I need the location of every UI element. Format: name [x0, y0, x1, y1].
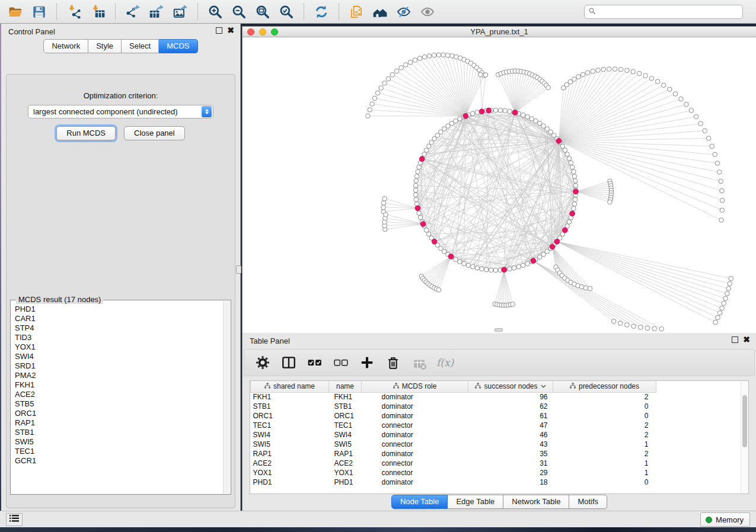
horizontal-splitter-handle[interactable]: [495, 328, 503, 332]
cell-predecessor-nodes[interactable]: 1: [553, 468, 656, 477]
mcds-result-item[interactable]: SRD1: [15, 361, 223, 371]
hide-selected-eye-slash-icon[interactable]: [392, 2, 416, 22]
cell-predecessor-nodes[interactable]: 0: [553, 402, 656, 411]
table-scrollbar-thumb[interactable]: [742, 395, 747, 447]
optimization-criterion-select[interactable]: largest connected component (undirected): [28, 105, 213, 118]
table-row[interactable]: YOX1YOX1connector291: [251, 468, 745, 477]
cell-MCDS-role[interactable]: dominator: [362, 449, 468, 459]
cell-name[interactable]: ACE2: [329, 459, 362, 468]
cell-name[interactable]: SWI5: [329, 440, 362, 449]
tab-motifs[interactable]: Motifs: [569, 495, 607, 509]
cell-shared-name[interactable]: PHD1: [251, 477, 329, 487]
cell-name[interactable]: RAP1: [329, 449, 362, 459]
mcds-result-item[interactable]: STB1: [15, 428, 223, 437]
add-column-icon[interactable]: [358, 353, 376, 372]
cell-successor-nodes[interactable]: 46: [468, 430, 553, 440]
table-row[interactable]: PHD1PHD1dominator180: [251, 477, 745, 487]
network-graph-canvas[interactable]: [243, 37, 756, 333]
table-scrollbar[interactable]: [741, 381, 748, 493]
memory-button[interactable]: Memory: [700, 512, 750, 527]
mcds-result-item[interactable]: TID3: [15, 333, 223, 342]
cell-predecessor-nodes[interactable]: 2: [553, 449, 656, 459]
zoom-selected-icon[interactable]: [275, 2, 298, 22]
zoom-in-icon[interactable]: [203, 2, 227, 22]
cell-MCDS-role[interactable]: dominator: [362, 392, 468, 402]
vertical-splitter-handle[interactable]: [236, 265, 241, 274]
delete-column-icon[interactable]: [384, 353, 402, 372]
mcds-result-list[interactable]: PHD1CAR1STP4TID3YOX1SWI4SRD1PMA2FKH1ACE2…: [11, 301, 223, 493]
mcds-result-item[interactable]: STB5: [15, 399, 223, 409]
refresh-icon[interactable]: [310, 2, 333, 22]
cell-shared-name[interactable]: ORC1: [251, 411, 329, 421]
mcds-result-item[interactable]: CAR1: [15, 314, 223, 323]
share-document-icon[interactable]: [344, 2, 368, 22]
deselect-all-checkbox-icon[interactable]: [332, 353, 350, 372]
cell-shared-name[interactable]: RAP1: [251, 449, 329, 459]
close-panel-button[interactable]: Close panel: [124, 126, 185, 140]
cell-successor-nodes[interactable]: 62: [468, 402, 553, 411]
cell-predecessor-nodes[interactable]: 2: [553, 430, 656, 440]
table-row[interactable]: STB1STB1dominator620: [251, 402, 745, 411]
mcds-result-item[interactable]: RAP1: [15, 418, 223, 428]
tab-mcds[interactable]: MCDS: [159, 39, 197, 53]
run-mcds-button[interactable]: Run MCDS: [56, 126, 116, 140]
table-row[interactable]: RAP1RAP1dominator352: [251, 449, 745, 459]
table-row[interactable]: SWI5SWI5connector431: [251, 440, 745, 449]
cell-name[interactable]: FKH1: [329, 392, 362, 402]
cell-MCDS-role[interactable]: connector: [362, 440, 468, 449]
cell-predecessor-nodes[interactable]: 0: [553, 477, 656, 487]
float-panel-icon[interactable]: [216, 27, 222, 34]
mcds-result-item[interactable]: PHD1: [15, 305, 223, 314]
table-row[interactable]: SWI4SWI4dominator462: [251, 430, 745, 440]
neighbors-houses-icon[interactable]: [368, 2, 392, 22]
mcds-result-item[interactable]: GCR1: [15, 456, 223, 466]
import-network-icon[interactable]: [62, 2, 86, 22]
cell-successor-nodes[interactable]: 29: [468, 468, 553, 477]
column-header-successor-nodes[interactable]: successor nodes: [468, 381, 553, 392]
column-header-shared-name[interactable]: shared name: [251, 381, 329, 392]
cell-shared-name[interactable]: ACE2: [251, 459, 329, 468]
tab-edge-table[interactable]: Edge Table: [448, 495, 503, 509]
tab-select[interactable]: Select: [122, 39, 159, 53]
fit-content-icon[interactable]: [251, 2, 275, 22]
show-all-eye-icon[interactable]: [416, 2, 439, 22]
network-window-titlebar[interactable]: YPA_prune.txt_1: [243, 26, 756, 37]
cell-successor-nodes[interactable]: 18: [468, 477, 553, 487]
cell-successor-nodes[interactable]: 61: [468, 411, 553, 421]
cell-MCDS-role[interactable]: connector: [362, 459, 468, 468]
table-row[interactable]: ACE2ACE2connector311: [251, 459, 745, 468]
save-session-icon[interactable]: [27, 2, 51, 22]
cell-shared-name[interactable]: TEC1: [251, 421, 329, 430]
cell-successor-nodes[interactable]: 43: [468, 440, 553, 449]
mcds-result-item[interactable]: SWI4: [15, 352, 223, 361]
cell-MCDS-role[interactable]: connector: [362, 468, 468, 477]
cell-name[interactable]: SWI4: [329, 430, 362, 440]
split-columns-icon[interactable]: [280, 353, 298, 372]
mcds-result-scrollbar[interactable]: [223, 301, 230, 493]
export-image-icon[interactable]: [168, 2, 192, 22]
cell-successor-nodes[interactable]: 96: [468, 392, 553, 402]
mcds-result-item[interactable]: PMA2: [15, 371, 223, 380]
tab-style[interactable]: Style: [88, 39, 122, 53]
global-search-box[interactable]: [584, 5, 743, 19]
cell-name[interactable]: TEC1: [329, 421, 362, 430]
cell-predecessor-nodes[interactable]: 2: [553, 421, 656, 430]
cell-successor-nodes[interactable]: 31: [468, 459, 553, 468]
cell-name[interactable]: YOX1: [329, 468, 362, 477]
cell-successor-nodes[interactable]: 35: [468, 449, 553, 459]
select-all-checkbox-icon[interactable]: [306, 353, 324, 372]
cell-name[interactable]: ORC1: [329, 411, 362, 421]
cell-name[interactable]: PHD1: [329, 477, 362, 487]
cell-shared-name[interactable]: SWI5: [251, 440, 329, 449]
open-file-icon[interactable]: [4, 2, 27, 22]
cell-name[interactable]: STB1: [329, 402, 362, 411]
task-history-button[interactable]: [6, 513, 23, 526]
mcds-result-item[interactable]: FKH1: [15, 380, 223, 390]
cell-MCDS-role[interactable]: dominator: [362, 430, 468, 440]
close-table-panel-icon[interactable]: ✖: [743, 336, 750, 343]
cell-predecessor-nodes[interactable]: 0: [553, 411, 656, 421]
tab-network-table[interactable]: Network Table: [503, 495, 569, 509]
close-panel-icon[interactable]: ✖: [227, 27, 234, 34]
mcds-result-item[interactable]: ORC1: [15, 409, 223, 418]
cell-predecessor-nodes[interactable]: 1: [553, 440, 656, 449]
